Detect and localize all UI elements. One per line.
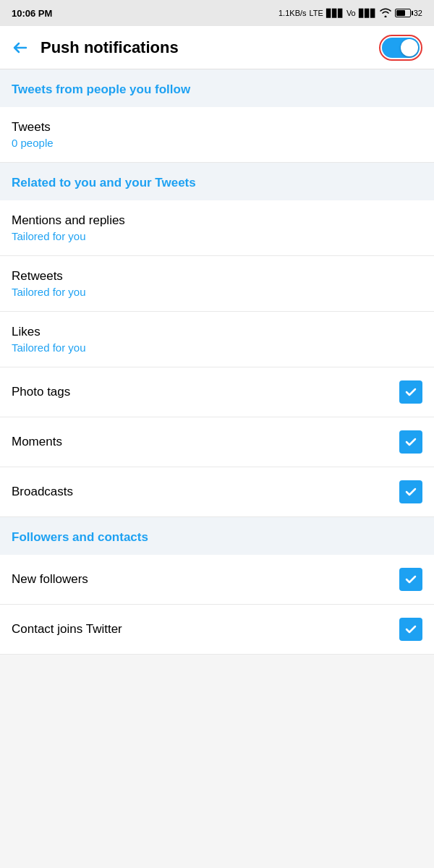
list-item-broadcasts[interactable]: Broadcasts xyxy=(0,467,434,517)
list-item-retweets: RetweetsTailored for you xyxy=(0,256,434,312)
status-bar: 10:06 PM 1.1KB/s LTE ▊▊▊ Vo ▊▊▊ 32 xyxy=(0,0,434,26)
list-item-photo-tags[interactable]: Photo tags xyxy=(0,367,434,417)
back-button[interactable] xyxy=(12,39,29,56)
item-title-retweets: Retweets xyxy=(12,269,63,283)
list-item-content-mentions-replies: Mentions and repliesTailored for you xyxy=(12,213,422,242)
list-item-content-contact-joins: Contact joins Twitter xyxy=(12,622,399,637)
section-header-related-to-you: Related to you and your Tweets xyxy=(0,163,434,200)
item-subtitle-likes: Tailored for you xyxy=(12,341,422,354)
settings-sections: Tweets from people you followTweets0 peo… xyxy=(0,69,434,655)
section-header-text-followers-contacts: Followers and contacts xyxy=(12,530,148,544)
list-item-content-moments: Moments xyxy=(12,435,399,449)
list-item-likes: LikesTailored for you xyxy=(0,312,434,367)
master-toggle[interactable] xyxy=(382,38,420,58)
checkbox-moments[interactable] xyxy=(399,430,422,454)
status-time: 10:06 PM xyxy=(12,8,52,19)
checkbox-photo-tags[interactable] xyxy=(399,380,422,404)
battery-level: 32 xyxy=(414,9,422,17)
status-icons: 1.1KB/s LTE ▊▊▊ Vo ▊▊▊ 32 xyxy=(278,7,422,19)
item-subtitle-tweets: 0 people xyxy=(12,137,422,149)
list-item-content-tweets: Tweets0 people xyxy=(12,120,422,149)
page-title: Push notifications xyxy=(41,38,379,57)
battery-icon xyxy=(395,9,411,17)
item-title-mentions-replies: Mentions and replies xyxy=(12,213,125,227)
list-item-content-photo-tags: Photo tags xyxy=(12,385,399,399)
checkbox-broadcasts[interactable] xyxy=(399,480,422,503)
section-header-text-related-to-you: Related to you and your Tweets xyxy=(12,176,196,190)
wifi-icon xyxy=(379,7,392,19)
list-item-tweets: Tweets0 people xyxy=(0,107,434,163)
item-title-tweets: Tweets xyxy=(12,120,51,134)
list-item-content-new-followers: New followers xyxy=(12,572,399,587)
item-title-photo-tags: Photo tags xyxy=(12,385,70,399)
toggle-knob xyxy=(401,39,418,56)
checkbox-contact-joins[interactable] xyxy=(399,618,422,641)
checkbox-new-followers[interactable] xyxy=(399,568,422,591)
network-speed: 1.1KB/s xyxy=(278,9,307,17)
item-title-likes: Likes xyxy=(12,325,41,339)
list-item-content-likes: LikesTailored for you xyxy=(12,325,422,354)
list-item-content-retweets: RetweetsTailored for you xyxy=(12,269,422,298)
lte-icon: LTE xyxy=(310,9,323,17)
app-bar: Push notifications xyxy=(0,26,434,69)
master-toggle-container xyxy=(379,35,422,61)
item-title-contact-joins: Contact joins Twitter xyxy=(12,622,122,636)
item-title-new-followers: New followers xyxy=(12,572,88,586)
list-item-contact-joins[interactable]: Contact joins Twitter xyxy=(0,605,434,655)
item-title-broadcasts: Broadcasts xyxy=(12,485,73,498)
section-header-text-tweets-from-people: Tweets from people you follow xyxy=(12,82,190,96)
list-item-mentions-replies: Mentions and repliesTailored for you xyxy=(0,200,434,256)
vo-icon: Vo xyxy=(346,9,356,17)
item-title-moments: Moments xyxy=(12,435,62,448)
section-header-followers-contacts: Followers and contacts xyxy=(0,517,434,555)
signal-bars-1: ▊▊▊ xyxy=(326,9,344,18)
list-item-content-broadcasts: Broadcasts xyxy=(12,485,399,499)
list-item-new-followers[interactable]: New followers xyxy=(0,555,434,605)
item-subtitle-retweets: Tailored for you xyxy=(12,286,422,298)
signal-bars-2: ▊▊▊ xyxy=(359,9,376,18)
item-subtitle-mentions-replies: Tailored for you xyxy=(12,230,422,242)
section-header-tweets-from-people: Tweets from people you follow xyxy=(0,69,434,107)
list-item-moments[interactable]: Moments xyxy=(0,417,434,467)
